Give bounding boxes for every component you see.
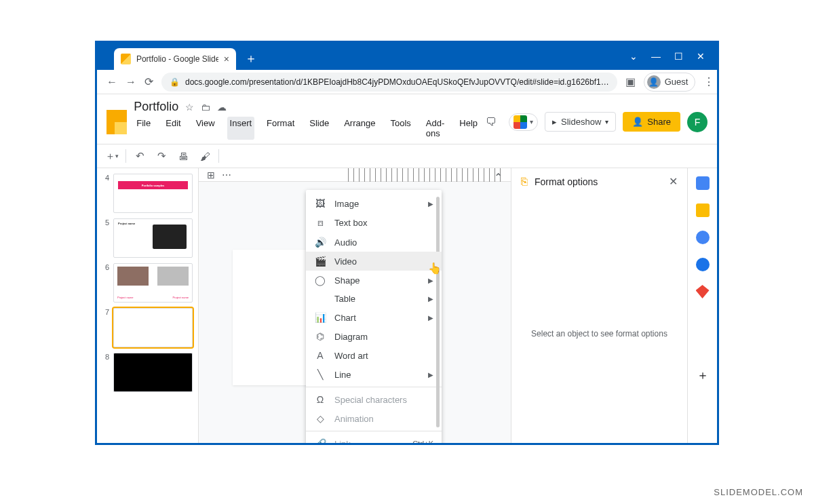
slide-thumb-5[interactable]: 5Project name [97, 216, 198, 260]
menu-format[interactable]: Format [264, 117, 297, 140]
insert-link: 🔗LinkCtrl+K [306, 434, 442, 445]
reader-icon[interactable]: ▣ [625, 75, 636, 89]
undo-icon[interactable]: ↶ [132, 148, 148, 164]
insert-word-art[interactable]: AWord art [306, 346, 442, 365]
insert-shape[interactable]: ◯Shape▶ [306, 271, 442, 290]
star-icon[interactable]: ☆ [185, 102, 194, 113]
new-tab-button[interactable]: ＋ [243, 50, 259, 66]
insert-menu-dropdown: 🖼Image▶⧈Text box🔊Audio🎬Video◯Shape▶Table… [306, 190, 442, 445]
canvas-area[interactable]: ⊞ ⋯ ⌃ ✦ 🖼Image▶⧈Text box🔊Audio🎬Video◯Sha… [199, 168, 511, 445]
collapse-panel-icon[interactable]: ⌃ [494, 171, 503, 184]
cloud-status-icon[interactable]: ☁ [217, 102, 227, 113]
add-addon-icon[interactable]: ＋ [697, 367, 709, 383]
print-icon[interactable]: 🖶 [175, 148, 191, 164]
slide-thumb-8[interactable]: 8 [97, 350, 198, 395]
meet-icon [513, 115, 527, 129]
share-button[interactable]: 👤 Share [623, 112, 680, 132]
insert-chart[interactable]: 📊Chart▶ [306, 308, 442, 327]
slide-thumb-6[interactable]: 6Project nameProject name [97, 260, 198, 305]
browser-titlebar: Portfolio - Google Slides × ＋ ⌄ — ☐ ✕ [97, 43, 717, 70]
side-panel-icons: ＋ › [687, 168, 717, 445]
insert-text-box[interactable]: ⧈Text box [306, 213, 442, 233]
slideshow-button[interactable]: ▸ Slideshow ▾ [545, 112, 616, 132]
window-controls: ⌄ — ☐ ✕ [629, 51, 710, 62]
close-panel-icon[interactable]: ✕ [669, 175, 678, 188]
user-avatar[interactable]: F [687, 112, 708, 132]
toolbar: ＋▾ ↶ ↷ 🖶 🖌 [97, 144, 717, 168]
contacts-icon[interactable] [696, 258, 710, 271]
format-icon: ⎘ [521, 176, 528, 188]
menu-tools[interactable]: Tools [387, 117, 413, 140]
app-header: Portfolio ☆ 🗀 ☁ FileEditViewInsertFormat… [97, 94, 717, 144]
insert-video[interactable]: 🎬Video [306, 252, 442, 271]
document-title[interactable]: Portfolio [134, 100, 178, 114]
menu-file[interactable]: File [134, 117, 153, 140]
insert-diagram[interactable]: ⌬Diagram [306, 327, 442, 346]
lock-person-icon: 👤 [632, 117, 643, 127]
insert-image[interactable]: 🖼Image▶ [306, 194, 442, 213]
guest-label: Guest [665, 77, 689, 87]
slide-thumb-4[interactable]: 4Portfolio samples [97, 171, 198, 216]
add-comment-icon[interactable]: ⊞ [207, 170, 215, 180]
menu-edit[interactable]: Edit [163, 117, 183, 140]
url-text: docs.google.com/presentation/d/1KBPEIoaj… [185, 77, 609, 87]
insert-animation: ◇Animation [306, 409, 442, 428]
close-tab-icon[interactable]: × [224, 54, 229, 64]
minimize-icon[interactable]: — [651, 51, 661, 62]
format-panel-title: Format options [535, 176, 598, 187]
keep-icon[interactable] [696, 203, 710, 217]
meet-button[interactable]: ▾ [509, 113, 538, 131]
browser-tab[interactable]: Portfolio - Google Slides × [114, 48, 236, 70]
format-panel-empty-message: Select an object to see format options [531, 329, 667, 338]
tab-title: Portfolio - Google Slides [136, 54, 218, 64]
menu-bar: FileEditViewInsertFormatSlideArrangeTool… [134, 114, 480, 144]
paint-format-icon[interactable]: 🖌 [197, 148, 213, 164]
maps-icon[interactable] [696, 285, 710, 298]
main-area: 4Portfolio samples5Project name6Project … [97, 168, 717, 445]
comments-history-icon[interactable]: 🗨 [480, 111, 502, 133]
move-icon[interactable]: 🗀 [201, 102, 210, 113]
slides-favicon [121, 54, 131, 64]
menu-insert[interactable]: Insert [227, 117, 255, 140]
guest-avatar-icon: 👤 [647, 75, 661, 89]
menu-help[interactable]: Help [457, 117, 480, 140]
watermark: SLIDEMODEL.COM [714, 487, 803, 497]
insert-table[interactable]: Table▶ [306, 290, 442, 308]
slides-logo-icon[interactable] [106, 110, 127, 134]
menu-add-ons[interactable]: Add-ons [423, 117, 447, 140]
url-input[interactable]: 🔒 docs.google.com/presentation/d/1KBPEIo… [161, 73, 617, 92]
insert-line[interactable]: ╲Line▶ [306, 365, 442, 384]
lock-icon: 🔒 [170, 77, 180, 87]
menu-arrange[interactable]: Arrange [341, 117, 378, 140]
close-window-icon[interactable]: ✕ [697, 51, 705, 62]
address-bar: ← → ⟳ 🔒 docs.google.com/presentation/d/1… [97, 70, 717, 94]
play-icon: ▸ [552, 117, 557, 127]
redo-icon[interactable]: ↷ [153, 148, 170, 164]
forward-icon[interactable]: → [125, 76, 136, 88]
format-options-panel: ⎘ Format options ✕ Select an object to s… [511, 168, 687, 445]
app-window: Portfolio - Google Slides × ＋ ⌄ — ☐ ✕ ← … [95, 41, 719, 445]
insert-special-characters: ΩSpecial characters [306, 390, 442, 409]
more-icon[interactable]: ⋯ [222, 170, 231, 180]
slide-panel[interactable]: 4Portfolio samples5Project name6Project … [97, 168, 199, 445]
tasks-icon[interactable] [696, 231, 710, 244]
ruler: ⊞ ⋯ ⌃ [199, 168, 511, 182]
kebab-menu-icon[interactable]: ⋮ [703, 75, 714, 89]
reload-icon[interactable]: ⟳ [144, 75, 153, 88]
menu-view[interactable]: View [193, 117, 218, 140]
menu-slide[interactable]: Slide [307, 117, 332, 140]
chevron-down-icon[interactable]: ⌄ [629, 51, 638, 62]
slide-thumb-7[interactable]: 7 [97, 305, 198, 350]
back-icon[interactable]: ← [106, 76, 117, 88]
calendar-icon[interactable] [696, 176, 710, 190]
maximize-icon[interactable]: ☐ [674, 51, 683, 62]
new-slide-button[interactable]: ＋▾ [104, 148, 120, 164]
guest-profile[interactable]: 👤 Guest [644, 73, 696, 92]
insert-audio[interactable]: 🔊Audio [306, 233, 442, 252]
